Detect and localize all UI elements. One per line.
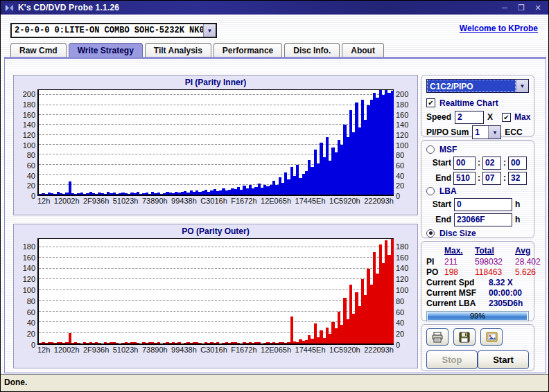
po-max-value: 198 xyxy=(444,267,473,277)
tab-content-pane: PI (Parity Inner) 0204060801001201401601… xyxy=(4,57,546,373)
start-button[interactable]: Start xyxy=(478,350,529,369)
pi-y-axis-right: 020406080100120140160180200 xyxy=(394,89,413,196)
po-chart-panel: PO (Parity Outer) 0204060801001201401601… xyxy=(13,224,418,368)
po-plot-area xyxy=(37,238,394,345)
printer-icon xyxy=(431,332,444,343)
current-spd-value: 8.32 X xyxy=(489,278,529,287)
status-bar: Done. xyxy=(1,374,548,391)
tab-disc-info-[interactable]: Disc Info. xyxy=(284,43,340,57)
lba-end-label: End xyxy=(426,215,451,224)
lba-label: LBA xyxy=(439,186,457,196)
msf-start-label: Start xyxy=(426,158,451,168)
drive-selector[interactable]: 2-0-0-0 0:LITE-ON COMBO SOHC-5232K NK07 … xyxy=(10,23,217,38)
po-stats-row: PO 198 118463 5.626 xyxy=(426,267,529,277)
msf-end-label: End xyxy=(426,173,451,183)
lba-start-input[interactable] xyxy=(454,198,512,211)
msf-start-frame-input[interactable] xyxy=(508,157,527,170)
pi-total-value: 598032 xyxy=(475,257,514,267)
mode-select-dropdown-button[interactable]: ▼ xyxy=(516,80,528,92)
tab-tilt-analysis[interactable]: Tilt Analysis xyxy=(145,43,211,57)
msf-start-sec-input[interactable] xyxy=(482,157,501,170)
check-icon: ✔ xyxy=(503,114,509,121)
tab-raw-cmd[interactable]: Raw Cmd xyxy=(10,43,67,57)
max-label: Max xyxy=(514,112,530,122)
window-title: K's CD/DVD Probe 1.1.26 xyxy=(18,3,494,12)
speed-input[interactable] xyxy=(455,111,484,124)
chevron-down-icon: ▼ xyxy=(520,83,525,89)
mode-select[interactable]: C1C2/PIPO ▼ xyxy=(426,79,529,93)
chevron-down-icon: ▼ xyxy=(207,28,213,34)
app-window: K's CD/DVD Probe 1.1.26 ─ ❒ ✕ 2-0-0-0 0:… xyxy=(0,0,549,392)
print-button[interactable] xyxy=(426,328,448,346)
current-msf-label: Current MSF xyxy=(426,288,489,298)
po-chart-title: PO (Parity Outer) xyxy=(18,226,413,238)
current-lba-value: 2305D6h xyxy=(489,299,529,308)
current-msf-row: Current MSF 00:00:00 xyxy=(426,288,529,298)
range-group-box: MSF Start : : End : : LBA xyxy=(421,140,534,238)
drive-selector-value: 2-0-0-0 0:LITE-ON COMBO SOHC-5232K NK07 xyxy=(12,24,203,37)
close-icon[interactable]: ✕ xyxy=(532,1,544,14)
po-y-axis-right: 020406080100120140160180 xyxy=(394,238,413,345)
pi-avg-value: 28.402 xyxy=(515,257,541,267)
minimize-icon[interactable]: ─ xyxy=(498,1,511,14)
lba-start-label: Start xyxy=(426,199,451,209)
stats-header-max: Max. xyxy=(444,246,473,256)
msf-end-frame-input[interactable] xyxy=(508,172,527,185)
realtime-chart-label: Realtime Chart xyxy=(439,98,498,108)
drive-selector-dropdown-button[interactable]: ▼ xyxy=(203,24,216,37)
separator: : xyxy=(503,173,506,183)
tab-write-strategy[interactable]: Write Strategy xyxy=(69,43,143,57)
save-button[interactable] xyxy=(453,328,476,346)
stop-button[interactable]: Stop xyxy=(426,350,478,369)
welcome-link[interactable]: Welcome to KProbe xyxy=(460,24,538,33)
pi-stats-row: PI 211 598032 28.402 xyxy=(426,256,529,267)
status-text: Done. xyxy=(4,377,27,387)
title-bar: K's CD/DVD Probe 1.1.26 ─ ❒ ✕ xyxy=(1,1,548,15)
speed-unit: X xyxy=(487,112,493,122)
ecc-label: ECC xyxy=(505,127,522,137)
max-checkbox[interactable]: ✔ xyxy=(502,113,511,122)
disc-size-radio[interactable] xyxy=(426,229,435,238)
pipo-sum-label: PI/PO Sum xyxy=(426,127,469,137)
open-image-button[interactable] xyxy=(480,328,503,346)
po-avg-value: 5.626 xyxy=(515,267,536,277)
current-msf-value: 00:00:00 xyxy=(489,288,529,298)
separator: : xyxy=(503,158,506,168)
separator: : xyxy=(478,158,480,168)
current-speed-row: Current Spd 8.32 X xyxy=(426,278,529,287)
lba-start-unit: h xyxy=(515,199,520,209)
separator: : xyxy=(478,173,480,183)
mode-group-box: C1C2/PIPO ▼ ✔ Realtime Chart Speed X ✔ M… xyxy=(421,75,534,137)
pipo-sum-value: 1 xyxy=(473,126,488,139)
maximize-icon[interactable]: ❒ xyxy=(515,1,528,14)
po-x-axis-labels: 12h12002h2F936h51023h73890h99438hC3016hF… xyxy=(37,345,394,355)
pi-max-value: 211 xyxy=(444,257,473,267)
progress-label: 99% xyxy=(427,312,528,321)
msf-radio[interactable] xyxy=(426,145,435,154)
check-icon: ✔ xyxy=(428,99,433,107)
pi-y-axis-left: 020406080100120140160180200 xyxy=(18,89,37,196)
mode-select-value: C1C2/PIPO xyxy=(427,80,516,92)
realtime-chart-checkbox[interactable]: ✔ xyxy=(426,98,435,107)
image-file-icon xyxy=(486,332,498,342)
current-lba-label: Current LBA xyxy=(426,299,489,308)
po-total-value: 118463 xyxy=(475,267,514,277)
stats-header-total: Total xyxy=(475,246,514,256)
pipo-sum-select[interactable]: 1 ▼ xyxy=(472,125,501,139)
tab-about[interactable]: About xyxy=(342,43,384,57)
pi-plot-area xyxy=(37,89,394,196)
msf-end-min-input[interactable] xyxy=(453,172,476,185)
pi-chart-title: PI (Parity Inner) xyxy=(18,78,413,89)
pi-bars xyxy=(39,90,393,195)
save-floppy-icon xyxy=(459,332,470,343)
lba-end-input[interactable] xyxy=(454,213,512,226)
po-bars xyxy=(39,239,393,344)
lba-radio[interactable] xyxy=(426,187,435,195)
pi-row-label: PI xyxy=(426,257,443,267)
msf-start-min-input[interactable] xyxy=(453,157,476,170)
speed-label: Speed xyxy=(426,112,451,122)
tab-performance[interactable]: Performance xyxy=(214,43,282,57)
msf-end-sec-input[interactable] xyxy=(482,172,501,185)
pi-x-axis-labels: 12h12002h2F936h51023h73890h99438hC3016hF… xyxy=(37,196,394,206)
pipo-sum-dropdown-button[interactable]: ▼ xyxy=(488,126,500,139)
